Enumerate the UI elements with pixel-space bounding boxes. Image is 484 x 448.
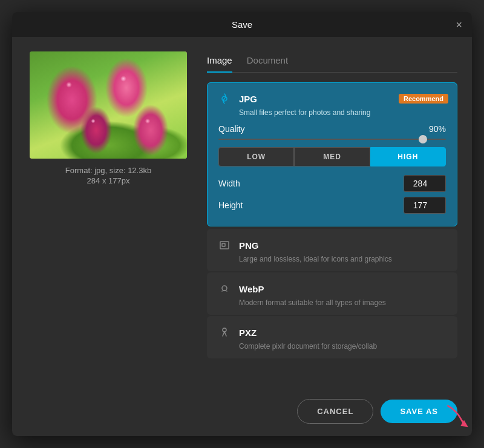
format-name-row-webp: WebP bbox=[216, 280, 264, 297]
format-card-pxz[interactable]: PXZ Complete pixlr document for storage/… bbox=[207, 316, 457, 358]
format-name-row-png: PNG bbox=[216, 237, 259, 254]
svg-rect-2 bbox=[222, 243, 225, 246]
svg-point-4 bbox=[223, 328, 226, 332]
format-header-webp: WebP bbox=[216, 280, 448, 297]
format-header-jpg: JPG Recommend bbox=[216, 90, 448, 107]
webp-format-desc: Modern format suitable for all types of … bbox=[239, 298, 448, 307]
pxz-format-name: PXZ bbox=[239, 328, 257, 338]
right-panel: Image Document bbox=[207, 51, 457, 380]
png-format-name: PNG bbox=[239, 240, 259, 251]
pxz-format-desc: Complete pixlr document for storage/coll… bbox=[239, 342, 448, 351]
svg-rect-1 bbox=[220, 242, 229, 249]
width-label: Width bbox=[218, 179, 240, 188]
format-name-row-pxz: PXZ bbox=[216, 324, 257, 341]
quality-value: 90% bbox=[429, 124, 446, 134]
format-header-pxz: PXZ bbox=[216, 324, 448, 341]
dialog-body: Format: jpg, size: 12.3kb 284 x 177px Im… bbox=[12, 37, 472, 389]
height-label: Height bbox=[218, 200, 243, 210]
jpg-icon bbox=[216, 90, 233, 107]
format-header-png: PNG bbox=[216, 237, 448, 254]
height-input[interactable] bbox=[404, 197, 446, 214]
close-button[interactable]: × bbox=[456, 19, 462, 30]
dialog-header: Save × bbox=[12, 12, 472, 37]
png-icon bbox=[216, 237, 233, 254]
recommend-badge: Recommend bbox=[399, 94, 448, 104]
save-dialog: Save × Format: jpg, size: 12.3kb 284 x 1… bbox=[12, 12, 472, 436]
height-row: Height bbox=[218, 197, 446, 214]
quality-row: Quality 90% bbox=[218, 124, 446, 134]
left-panel: Format: jpg, size: 12.3kb 284 x 177px bbox=[27, 51, 190, 380]
quality-slider-thumb[interactable] bbox=[419, 135, 427, 143]
dialog-title: Save bbox=[232, 19, 252, 30]
cancel-button[interactable]: CANCEL bbox=[297, 399, 373, 424]
image-preview bbox=[30, 51, 187, 159]
format-card-webp[interactable]: WebP Modern format suitable for all type… bbox=[207, 272, 457, 315]
format-list: JPG Recommend Small files perfect for ph… bbox=[207, 82, 457, 358]
format-card-jpg[interactable]: JPG Recommend Small files perfect for ph… bbox=[207, 82, 457, 226]
png-format-desc: Large and lossless, ideal for icons and … bbox=[239, 255, 448, 263]
quality-slider-container bbox=[218, 139, 446, 140]
quality-low-button[interactable]: LOW bbox=[218, 147, 294, 166]
quality-section: Quality 90% LOW MED HIGH bbox=[216, 124, 448, 214]
pxz-icon bbox=[216, 324, 233, 341]
image-info: Format: jpg, size: 12.3kb 284 x 177px bbox=[65, 166, 151, 185]
format-card-png[interactable]: PNG Large and lossless, ideal for icons … bbox=[207, 229, 457, 271]
webp-format-name: WebP bbox=[239, 284, 264, 294]
quality-med-button[interactable]: MED bbox=[294, 147, 370, 166]
tab-image[interactable]: Image bbox=[207, 51, 232, 73]
quality-buttons: LOW MED HIGH bbox=[218, 147, 446, 166]
image-format-label: Format: jpg, size: 12.3kb bbox=[65, 166, 151, 175]
jpg-format-desc: Small files perfect for photos and shari… bbox=[239, 108, 448, 117]
format-name-row-jpg: JPG bbox=[216, 90, 257, 107]
dialog-footer: CANCEL SAVE AS bbox=[12, 389, 472, 436]
tabs-container: Image Document bbox=[207, 51, 457, 73]
webp-icon bbox=[216, 280, 233, 297]
quality-high-button[interactable]: HIGH bbox=[370, 147, 446, 166]
width-input[interactable] bbox=[404, 175, 446, 192]
quality-label: Quality bbox=[218, 124, 245, 134]
image-dims-label: 284 x 177px bbox=[65, 176, 151, 185]
tab-document[interactable]: Document bbox=[247, 51, 288, 73]
width-row: Width bbox=[218, 175, 446, 192]
quality-slider-track[interactable] bbox=[218, 139, 446, 140]
jpg-format-name: JPG bbox=[239, 94, 257, 104]
